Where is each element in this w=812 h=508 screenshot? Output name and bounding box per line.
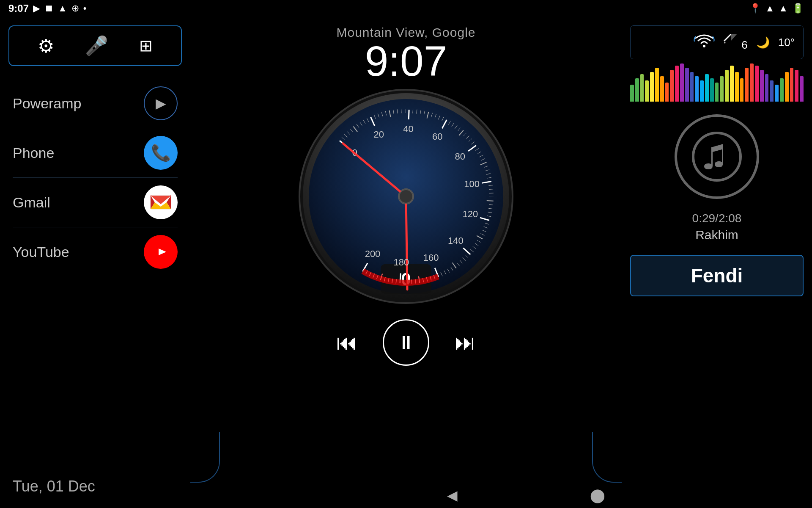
eq-bar (730, 66, 734, 102)
svg-line-68 (455, 125, 457, 129)
location-status-icon: 📍 (749, 3, 761, 14)
svg-line-45 (360, 122, 362, 125)
svg-text:80: 80 (455, 151, 465, 162)
eq-bar (770, 80, 774, 102)
back-button[interactable]: ◀ (447, 487, 458, 503)
eq-bar (760, 70, 764, 102)
weather-icon: 🌙 (756, 36, 770, 49)
phone-icon[interactable]: 📞 (144, 136, 178, 170)
svg-line-108 (447, 269, 450, 273)
temperature: 10° (778, 36, 795, 49)
svg-line-77 (480, 155, 483, 157)
svg-line-52 (390, 110, 391, 117)
eq-bar (670, 70, 674, 102)
svg-line-97 (477, 236, 483, 239)
next-track-button[interactable]: ⏭ (455, 330, 476, 355)
eq-bar (715, 83, 719, 102)
svg-line-19 (371, 117, 375, 126)
svg-line-49 (378, 113, 379, 117)
svg-point-148 (399, 190, 413, 203)
svg-line-76 (477, 152, 481, 154)
track-time: 0:29/2:08 (630, 212, 804, 225)
svg-line-73 (469, 139, 472, 142)
svg-line-102 (465, 255, 468, 258)
svg-line-65 (442, 117, 444, 121)
eq-bar (655, 68, 659, 102)
app-item-youtube[interactable]: YouTube (13, 227, 178, 276)
app-name-youtube: YouTube (13, 244, 69, 260)
svg-line-67 (452, 123, 454, 127)
date-text: Tue, 01 Dec (13, 478, 95, 495)
speedometer: 0 020406080100120140160180200 (296, 86, 516, 306)
eq-bar (765, 74, 769, 102)
svg-line-85 (489, 189, 493, 190)
svg-line-75 (475, 148, 479, 151)
track-artist: Rakhim (630, 228, 804, 242)
eq-bar (725, 70, 729, 102)
svg-line-107 (451, 267, 453, 270)
svg-line-57 (413, 109, 413, 113)
home-button[interactable]: ⬤ (590, 487, 605, 503)
svg-line-94 (484, 226, 488, 228)
svg-text:120: 120 (463, 209, 478, 219)
eq-bar (695, 76, 699, 102)
svg-line-25 (468, 146, 476, 152)
svg-point-152 (693, 133, 741, 180)
eq-bar (700, 80, 704, 102)
svg-line-78 (481, 159, 485, 160)
gmail-icon[interactable] (144, 185, 178, 219)
svg-line-83 (487, 177, 491, 178)
app-item-poweramp[interactable]: Poweramp ▶ (13, 79, 178, 128)
svg-line-58 (417, 110, 417, 114)
clock-display: 9:07 (337, 40, 476, 82)
app-name-poweramp: Poweramp (13, 95, 82, 112)
mic-icon[interactable]: 🎤 (85, 35, 108, 57)
status-right: 📍 ▲ ▲ 🔋 (749, 3, 804, 14)
svg-line-101 (470, 249, 474, 252)
eq-bar (680, 64, 684, 102)
pause-button[interactable]: ⏸ (383, 319, 429, 366)
svg-point-149 (703, 45, 705, 47)
poweramp-icon[interactable]: ▶ (144, 86, 178, 120)
youtube-icon[interactable] (144, 235, 178, 269)
app-list: Poweramp ▶ Phone 📞 Gmail (0, 75, 190, 469)
eq-bar (750, 64, 754, 102)
svg-line-29 (480, 218, 489, 220)
svg-line-109 (444, 271, 446, 274)
app-item-phone[interactable]: Phone 📞 (13, 128, 178, 178)
svg-line-71 (464, 133, 466, 136)
app-item-gmail[interactable]: Gmail (13, 178, 178, 227)
svg-text:100: 100 (464, 179, 480, 189)
svg-line-72 (466, 136, 469, 139)
svg-line-21 (409, 110, 409, 119)
prev-track-button[interactable]: ⏮ (336, 330, 357, 355)
apps-grid-icon[interactable]: ⊞ (139, 36, 153, 55)
svg-line-70 (459, 130, 463, 135)
stop-icon: ⏹ (44, 3, 54, 14)
eq-bar (780, 78, 784, 102)
svg-line-96 (480, 234, 484, 235)
svg-line-64 (438, 116, 440, 119)
music-controls: ⏮ ⏸ ⏭ (336, 319, 476, 366)
settings-icon[interactable]: ⚙ (38, 35, 54, 57)
eq-bar (665, 83, 669, 102)
eq-bar (710, 78, 714, 102)
svg-line-39 (342, 137, 345, 140)
svg-text:200: 200 (365, 248, 381, 259)
app-name-gmail: Gmail (13, 194, 50, 211)
svg-text:160: 160 (423, 252, 439, 263)
svg-text:180: 180 (394, 257, 409, 268)
svg-line-89 (489, 204, 493, 205)
eq-bar (660, 76, 664, 102)
svg-line-53 (393, 110, 394, 114)
svg-text:60: 60 (432, 131, 442, 142)
song-title: Fendi (691, 265, 743, 287)
play-icon: ▶ (33, 3, 40, 14)
equalizer (622, 64, 812, 106)
svg-line-103 (463, 258, 466, 261)
svg-line-55 (401, 109, 401, 113)
svg-line-80 (484, 166, 488, 167)
eq-bar (640, 74, 644, 102)
svg-line-66 (448, 121, 450, 125)
toolbar: ⚙ 🎤 ⊞ (8, 25, 182, 66)
